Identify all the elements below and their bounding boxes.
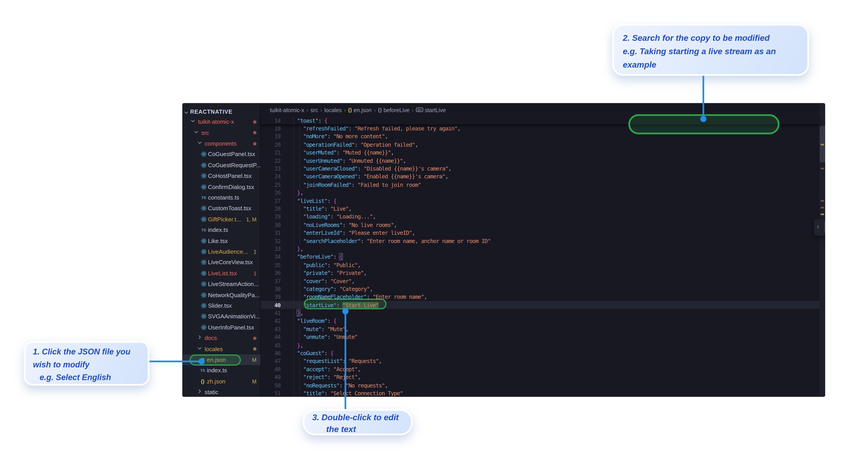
sidebar-item-svgaanimationvi-[interactable]: SVGAAnimationVi... — [182, 311, 260, 322]
sidebar-item-livecoreview-tsx[interactable]: LiveCoreView.tsx — [182, 257, 260, 268]
react-icon — [201, 281, 207, 287]
overview-ruler-mark — [821, 207, 824, 209]
sidebar-item-coguestpanel-tsx[interactable]: CoGuestPanel.tsx — [182, 149, 260, 160]
code-line-31[interactable]: 31 "enterLiveId": "Please enter liveID", — [261, 229, 819, 237]
git-status-dot — [253, 120, 256, 124]
sidebar-item-customtoast-tsx[interactable]: CustomToast.tsx — [182, 203, 260, 214]
code-line-34[interactable]: 34 "beforeLive": { — [261, 253, 819, 261]
code-line-38[interactable]: 38 "category": "Category", — [261, 285, 819, 293]
string-symbol-icon: abc — [416, 108, 423, 112]
code-line-30[interactable]: 30 "noLiveRooms": "No live rooms", — [261, 221, 819, 229]
sidebar-item-index-ts[interactable]: TSindex.ts — [182, 365, 260, 376]
sidebar-item-locales[interactable]: locales — [182, 344, 260, 354]
code-line-26[interactable]: 26 }, — [261, 189, 819, 197]
sidebar-item-docs[interactable]: docs — [182, 333, 260, 344]
react-icon — [201, 249, 207, 255]
react-icon — [201, 205, 207, 211]
badge: 1, M — [246, 216, 256, 223]
sidebar-item-src[interactable]: src — [182, 127, 260, 138]
code-line-36[interactable]: 36 "private": "Private", — [261, 269, 819, 277]
code-line-39[interactable]: 39 "roomNamePlaceholder": "Enter room na… — [261, 293, 819, 301]
code-line-20[interactable]: 20 "operationFailed": "Operation failed"… — [261, 140, 819, 149]
code-line-24[interactable]: 24 "userCameraOpened": "Enabled {{name}}… — [261, 172, 819, 181]
callout-1-click-json: 1. Click the JSON file you wish to modif… — [24, 341, 150, 386]
badge: M — [252, 357, 256, 363]
breadcrumb-item[interactable]: beforeLive — [383, 107, 410, 113]
sidebar-item-livestreamaction-[interactable]: LiveStreamAction... — [182, 279, 260, 289]
chevron-down-icon — [191, 119, 195, 123]
react-icon — [201, 314, 207, 320]
file-explorer-panel: REACTNATIVE tuikit-atomic-xsrccomponents… — [182, 103, 260, 397]
braces-icon: {} — [348, 107, 352, 112]
sidebar-item-giftpicker-t-[interactable]: GiftPicker.t...1, M — [182, 214, 260, 225]
sidebar-item-static[interactable]: static — [182, 387, 260, 397]
connector-line-3 — [344, 311, 346, 409]
sidebar-item-index-ts[interactable]: TSindex.ts — [182, 225, 260, 235]
explorer-root-row[interactable]: REACTNATIVE — [182, 106, 260, 117]
find-input[interactable]: Start Live Aa ab .* — [824, 221, 825, 234]
react-icon — [201, 259, 207, 265]
sidebar-item-cohostpanel-tsx[interactable]: CoHostPanel.tsx — [182, 170, 260, 181]
typescript-icon: TS — [199, 367, 206, 373]
chevron-down-icon — [184, 107, 188, 117]
breadcrumb-separator: › — [306, 107, 309, 113]
sidebar-item-like-tsx[interactable]: Like.tsx — [182, 235, 260, 246]
typescript-icon: TS — [201, 195, 207, 201]
overview-ruler-mark — [821, 200, 824, 202]
sidebar-item-constants-ts[interactable]: TSconstants.ts — [182, 192, 260, 203]
sidebar-item-livelist-tsx[interactable]: LiveList.tsx1 — [182, 268, 260, 279]
scrollbar[interactable] — [819, 103, 825, 397]
react-icon — [201, 173, 207, 179]
code-line-27[interactable]: 27 "liveList": { — [261, 197, 819, 205]
sidebar-item-confirmdialog-tsx[interactable]: ConfirmDialog.tsx — [182, 182, 260, 192]
react-icon — [201, 162, 207, 168]
sidebar-item-tuikit-atomic-x[interactable]: tuikit-atomic-x — [182, 117, 260, 127]
overview-ruler-mark — [821, 144, 824, 145]
code-line-23[interactable]: 23 "userCameraClosed": "Disabled {{name}… — [261, 165, 819, 172]
sidebar-item-coguestrequestp-[interactable]: CoGuestRequestP... — [182, 160, 260, 170]
code-line-22[interactable]: 22 "userUnmuted": "Unmuted {{name}}", — [261, 157, 819, 165]
breadcrumb-separator: › — [373, 107, 376, 113]
git-status-dot — [253, 142, 256, 145]
breadcrumb-separator: › — [343, 107, 346, 113]
json-icon: {} — [199, 378, 206, 385]
code-line-32[interactable]: 32 "searchPlaceholder": "Enter room name… — [261, 237, 819, 245]
code-line-28[interactable]: 28 "title": "Live", — [261, 205, 819, 213]
breadcrumb-item[interactable]: en.json — [354, 107, 372, 113]
code-line-18[interactable]: 18 "refreshFailed": "Refresh failed, ple… — [261, 124, 819, 132]
breadcrumb-item[interactable]: src — [311, 107, 318, 113]
find-expander-icon[interactable]: › — [817, 223, 819, 230]
badge: 1 — [254, 270, 256, 276]
breadcrumb-item[interactable]: startLive — [425, 107, 445, 113]
chevron-down-icon — [197, 140, 202, 145]
sidebar-item-slider-tsx[interactable]: Slider.tsx — [182, 300, 260, 311]
code-line-33[interactable]: 33 }, — [261, 245, 819, 253]
code-line-19[interactable]: 19 "noMore": "No more content", — [261, 132, 819, 140]
breadcrumb-item[interactable]: locales — [324, 107, 342, 113]
page-canvas: REACTNATIVE tuikit-atomic-xsrccomponents… — [0, 0, 868, 457]
sidebar-item-zh-json[interactable]: {}zh.jsonM — [182, 376, 260, 387]
react-icon — [201, 216, 207, 222]
chevron-down-icon — [194, 130, 198, 134]
code-line-40[interactable]: 40 "startLive": "Start Live" — [261, 301, 819, 309]
callout-3-double-click: 3. Double-click to edit the text — [303, 409, 413, 435]
sidebar-item-liveaudience-[interactable]: LiveAudience...1 — [182, 246, 260, 257]
sidebar-item-components[interactable]: components — [182, 138, 260, 149]
react-icon — [201, 184, 207, 190]
code-line-25[interactable]: 25 "joinRoomFailed": "Failed to join roo… — [261, 181, 819, 189]
breadcrumb[interactable]: tuikit-atomic-x›src›locales›{}en.json›{}… — [270, 103, 446, 117]
chevron-down-icon — [197, 346, 202, 350]
chevron-right-icon — [197, 389, 202, 393]
code-line-21[interactable]: 21 "userMuted": "Muted {{name}}", — [261, 149, 819, 157]
code-line-37[interactable]: 37 "cover": "Cover", — [261, 277, 819, 285]
sidebar-item-en-json[interactable]: {}en.jsonM — [182, 355, 260, 365]
breadcrumb-item[interactable]: tuikit-atomic-x — [270, 107, 304, 113]
sidebar-item-userinfopanel-tsx[interactable]: UserInfoPanel.tsx — [182, 322, 260, 333]
callout-2-search: 2. Search for the copy to be modified e.… — [612, 24, 809, 76]
code-line-29[interactable]: 29 "loading": "Loading...", — [261, 213, 819, 221]
sidebar-item-networkqualitypa-[interactable]: NetworkQualityPa... — [182, 290, 260, 300]
typescript-icon: TS — [201, 227, 207, 233]
code-line-35[interactable]: 35 "public": "Public", — [261, 261, 819, 269]
breadcrumb-separator: › — [411, 107, 414, 113]
react-icon — [201, 303, 207, 309]
